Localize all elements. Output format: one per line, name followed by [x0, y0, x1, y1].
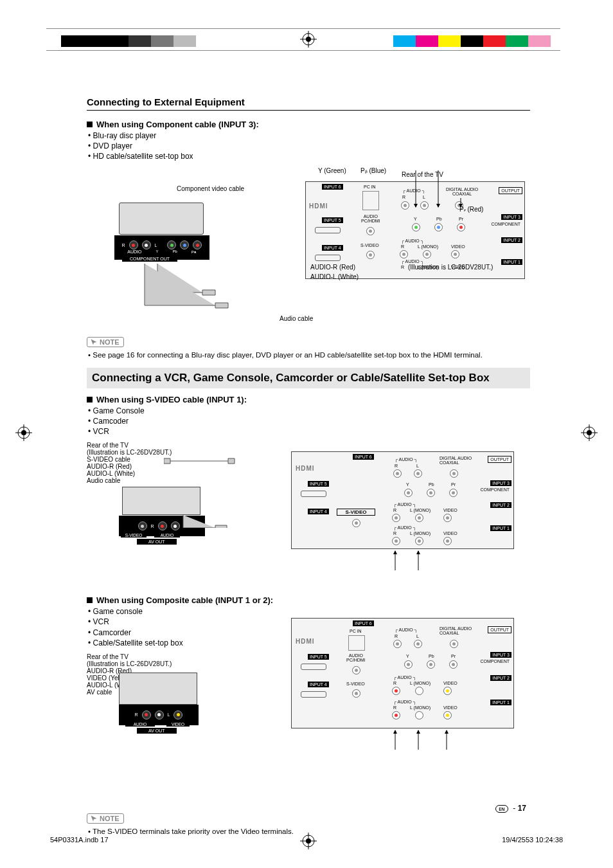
registration-mark-left — [15, 424, 32, 441]
section1-heading: When using Component cable (INPUT 3): — [87, 120, 530, 129]
source-device — [119, 203, 204, 235]
svideo-diagram: Rear of the TV (Illustration is LC-26DV2… — [87, 442, 530, 593]
print-swatch-color — [393, 35, 551, 47]
title-rule — [87, 110, 530, 111]
list-item: Blu-ray disc player — [88, 131, 530, 141]
section2-device-list: Game Console Camcoder VCR — [87, 406, 530, 437]
list-item: Game console — [88, 606, 268, 617]
svideo-cable-line — [164, 457, 305, 528]
list-item: HD cable/satellite set-top box — [88, 151, 530, 161]
label-illus: (Illustration is LC-26DV28UT.) — [408, 264, 493, 271]
tv-rear-panel-3: INPUT 6 PC IN HDMI INPUT 5 AUDIO PC/HDMI… — [291, 618, 514, 728]
arrows-composite — [389, 727, 466, 753]
tv-rear-panel-2: INPUT 6 HDMI INPUT 5 INPUT 4 S-VIDEO ┌ A… — [291, 451, 514, 549]
svideo-port-highlight: S-VIDEO — [337, 509, 375, 516]
section2-heading: When using S-VIDEO cable (INPUT 1): — [87, 395, 530, 404]
footer-doc: 54P0331A.indb 17 — [50, 836, 109, 844]
composite-diagram: Rear of the TV (Illustration is LC-26DV2… — [87, 653, 530, 811]
note-badge: NOTE — [87, 813, 124, 824]
source-svideo-label: S-VIDEO — [121, 533, 147, 538]
arrows-svideo — [389, 548, 440, 574]
note2-text: The S-VIDEO terminals take priority over… — [88, 827, 530, 835]
label-pr: Pᵣ (Red) — [459, 206, 483, 213]
note-badge: NOTE — [87, 337, 124, 347]
footer-date: 19/4/2553 10:24:38 — [502, 836, 563, 844]
label-component-cable: Component video cable — [177, 185, 244, 192]
source-audio-label: AUDIO — [154, 533, 180, 538]
crop-line — [46, 50, 560, 51]
component-diagram: R L AUDIO Y Pb Pʀ COMPONENT OUT INPUT 6 … — [87, 167, 530, 334]
list-item: Camcorder — [88, 628, 268, 638]
list-item: Camcoder — [88, 416, 530, 426]
cable-lines-1 — [125, 257, 395, 321]
list-item: Game Console — [88, 406, 530, 416]
crop-line — [46, 28, 560, 29]
section1-device-list: Blu-ray disc player DVD player HD cable/… — [87, 131, 530, 162]
src-video-label-3: VIDEO — [166, 722, 190, 727]
note1-text: See page 16 for connecting a Blu-ray dis… — [88, 351, 530, 359]
bullet-square-icon — [87, 122, 93, 127]
registration-mark-top — [300, 31, 317, 48]
page-number: ᴇɴ - 17 — [495, 804, 526, 813]
label-y: Y (Green) — [318, 167, 346, 174]
source-device-3 — [119, 673, 197, 705]
list-item: VCR — [88, 426, 530, 437]
source-avout-label-3: AV OUT — [137, 728, 177, 734]
list-item: VCR — [88, 617, 268, 627]
print-footer: 54P0331A.indb 17 19/4/2553 10:24:38 — [50, 836, 563, 844]
bullet-square-icon — [87, 597, 93, 603]
src-audio-label-3: AUDIO — [125, 722, 155, 727]
registration-mark-right — [581, 424, 598, 441]
label-pb: Pᵦ (Blue) — [360, 167, 386, 174]
section2-title: Connecting a VCR, Game Console, Camcorde… — [87, 368, 530, 388]
pointer-icon — [90, 815, 98, 822]
list-item: DVD player — [88, 141, 530, 151]
hdmi-icon: HDMI — [309, 203, 328, 210]
label-rear: Rear of the TV — [402, 171, 443, 178]
print-swatch-bw — [61, 35, 196, 47]
section3-heading: When using Composite cable (INPUT 1 or 2… — [87, 595, 530, 605]
pointer-icon — [90, 338, 98, 346]
source-avout-label: AV OUT — [137, 539, 177, 545]
list-item: Cable/Satellite set-top box — [88, 638, 268, 648]
page-title: Connecting to External Equipment — [87, 96, 530, 107]
section3-device-list: Game console VCR Camcorder Cable/Satelli… — [87, 606, 268, 648]
bullet-square-icon — [87, 397, 93, 402]
label-rear2: Rear of the TV — [87, 442, 530, 449]
